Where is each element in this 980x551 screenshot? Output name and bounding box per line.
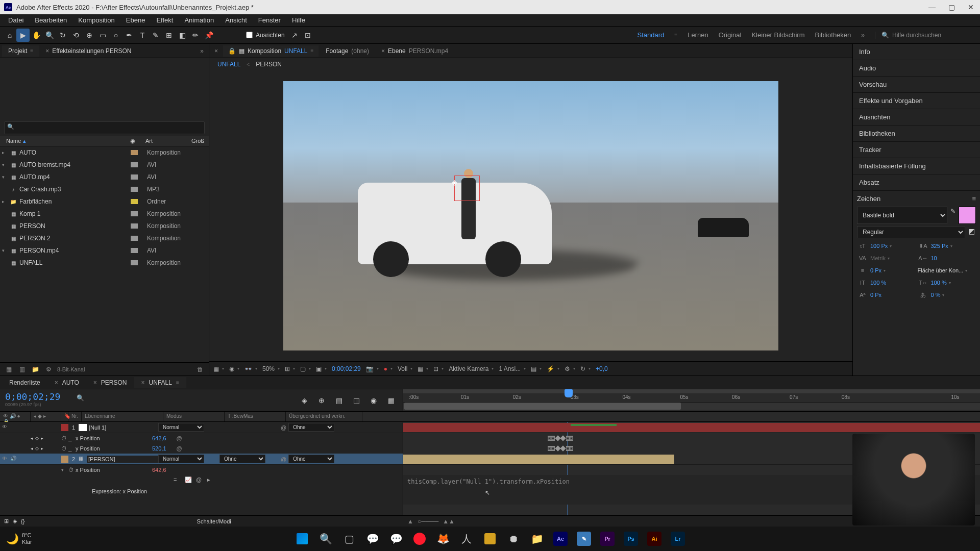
- workspace-kleiner[interactable]: Kleiner Bildschirm: [751, 31, 804, 39]
- rotate-tool-icon[interactable]: ⟲: [69, 29, 83, 42]
- item-color-swatch[interactable]: [131, 150, 138, 155]
- frame-blend-icon[interactable]: ▥: [350, 394, 363, 407]
- zoom-select[interactable]: 50%: [262, 365, 280, 372]
- maximize-button[interactable]: ▢: [946, 2, 957, 12]
- tab-footage[interactable]: Footage (ohne): [321, 45, 374, 57]
- project-item[interactable]: ▸▦AUTOKomposition: [0, 146, 209, 159]
- 3d-toggle-icon[interactable]: 👓: [244, 365, 257, 372]
- composition-viewer[interactable]: ◈: [209, 70, 852, 361]
- work-area-bar[interactable]: [403, 403, 980, 410]
- comp-flowchart-icon[interactable]: ◈: [298, 394, 311, 407]
- crumb-person[interactable]: PERSON: [256, 61, 282, 68]
- next-key-icon[interactable]: ▸: [41, 446, 43, 451]
- panel-audio[interactable]: Audio: [853, 60, 980, 77]
- alpha-toggle-icon[interactable]: ▦: [213, 365, 224, 372]
- menu-ebene[interactable]: Ebene: [121, 15, 151, 26]
- close-icon[interactable]: [381, 47, 385, 55]
- transparency-icon[interactable]: ▣: [316, 365, 327, 372]
- menu-ansicht[interactable]: Ansicht: [220, 15, 252, 26]
- draft3d-icon[interactable]: ⊕: [315, 394, 328, 407]
- project-item[interactable]: ♪Car Crash.mp3MP3: [0, 183, 209, 195]
- menu-hilfe[interactable]: Hilfe: [287, 15, 310, 26]
- close-icon[interactable]: [93, 379, 97, 386]
- zoom-in-icon[interactable]: ▲▲: [443, 518, 455, 525]
- tab-renderliste[interactable]: Renderliste: [2, 377, 47, 388]
- menu-komposition[interactable]: Komposition: [73, 15, 120, 26]
- tab-unfall[interactable]: UNFALL ≡: [134, 377, 186, 388]
- baseline-value[interactable]: 0 Px: [870, 292, 881, 298]
- project-item[interactable]: ▦PERSON 2Komposition: [0, 232, 209, 244]
- workspace-original[interactable]: Original: [719, 31, 742, 39]
- close-icon[interactable]: [55, 379, 58, 386]
- prev-key-icon[interactable]: ◂: [31, 436, 33, 441]
- next-key-icon[interactable]: ▸: [41, 436, 43, 441]
- app-icon[interactable]: 人: [456, 529, 477, 549]
- visibility-icon[interactable]: 👁: [2, 424, 9, 431]
- fill-color-swatch[interactable]: [959, 207, 976, 224]
- workspace-standard[interactable]: Standard: [638, 31, 665, 39]
- link-icon[interactable]: ⎯: [68, 445, 76, 452]
- photoshop-icon[interactable]: Ps: [621, 529, 641, 549]
- item-color-swatch[interactable]: [131, 187, 138, 192]
- firefox-icon[interactable]: 🦊: [433, 529, 453, 549]
- color-depth-label[interactable]: 8-Bit-Kanal: [57, 366, 85, 372]
- item-color-swatch[interactable]: [131, 260, 138, 265]
- expression-enable-icon[interactable]: =: [174, 477, 182, 485]
- toggle-switches-icon[interactable]: ⊞: [4, 518, 9, 524]
- exposure-value[interactable]: +0,0: [596, 365, 608, 372]
- stopwatch-icon[interactable]: ⏱: [68, 467, 76, 473]
- item-color-swatch[interactable]: [131, 162, 138, 167]
- clone-tool-icon[interactable]: ⊞: [162, 29, 176, 42]
- font-size-value[interactable]: 100 Px: [870, 243, 888, 249]
- home-icon[interactable]: ⌂: [3, 29, 16, 42]
- start-button[interactable]: [292, 529, 312, 549]
- switches-modes-label[interactable]: Schalter/Modi: [197, 518, 231, 524]
- item-color-swatch[interactable]: [131, 223, 138, 229]
- roi-icon[interactable]: ▢: [300, 365, 311, 372]
- app-icon-2[interactable]: [480, 529, 500, 549]
- guides-icon[interactable]: ▦: [418, 365, 428, 372]
- x-position-value[interactable]: 642,6: [152, 467, 166, 473]
- workspace-overflow-icon[interactable]: »: [861, 32, 865, 39]
- panel-vorschau[interactable]: Vorschau: [853, 77, 980, 93]
- minimize-button[interactable]: —: [927, 2, 937, 12]
- tab-auto[interactable]: AUTO: [47, 377, 86, 388]
- resolution-select[interactable]: Voll: [398, 365, 412, 372]
- mask-toggle-icon[interactable]: ◉: [229, 365, 239, 372]
- selection-tool-icon[interactable]: ▶: [16, 29, 30, 42]
- new-comp-icon[interactable]: ▥: [17, 365, 27, 374]
- panel-absatz[interactable]: Absatz: [853, 174, 980, 191]
- taskbar-search-icon[interactable]: 🔍: [315, 529, 336, 549]
- zoom-slider[interactable]: ○────: [418, 518, 438, 525]
- brush-tool-icon[interactable]: ✎: [149, 29, 162, 42]
- project-search-input[interactable]: [4, 121, 205, 134]
- tracking-anchor-icon[interactable]: ◈: [452, 178, 457, 183]
- close-icon[interactable]: [214, 47, 218, 55]
- stroke-swap-icon[interactable]: ◩: [967, 226, 976, 238]
- premiere-icon[interactable]: Pr: [597, 529, 618, 549]
- fill-over-label[interactable]: Fläche über Kon...: [918, 267, 964, 273]
- resolution-icon[interactable]: ⊞: [285, 365, 295, 372]
- panel-bibliotheken[interactable]: Bibliotheken: [853, 126, 980, 142]
- pickwhip-icon[interactable]: @: [177, 435, 184, 441]
- teams-icon[interactable]: 💬: [362, 529, 383, 549]
- timecode-display[interactable]: 0;00;02;29: [332, 365, 361, 372]
- obs-icon[interactable]: ⏺: [503, 529, 524, 549]
- snapshot-icon[interactable]: 📷: [366, 365, 379, 372]
- taskbar-weather[interactable]: 🌙 8°C Klar: [6, 532, 32, 545]
- puppet-tool-icon[interactable]: 📌: [202, 29, 215, 42]
- trash-icon[interactable]: 🗑: [195, 365, 205, 374]
- project-item[interactable]: ▦PERSONKomposition: [0, 220, 209, 232]
- add-key-icon[interactable]: ◇: [35, 446, 39, 451]
- expand-icon[interactable]: ▾: [2, 162, 9, 167]
- project-item[interactable]: ▦UNFALLKomposition: [0, 257, 209, 269]
- item-color-swatch[interactable]: [131, 211, 138, 216]
- new-folder-icon[interactable]: 📁: [31, 365, 40, 374]
- project-item[interactable]: ▾▦AUTO.mp4AVI: [0, 171, 209, 183]
- prev-key-icon[interactable]: ◂: [31, 446, 33, 451]
- playhead-icon[interactable]: [565, 389, 573, 397]
- close-icon[interactable]: [141, 379, 145, 386]
- crumb-unfall[interactable]: UNFALL: [217, 61, 240, 68]
- panel-ausrichten[interactable]: Ausrichten: [853, 109, 980, 126]
- pickwhip-icon[interactable]: @: [177, 445, 184, 452]
